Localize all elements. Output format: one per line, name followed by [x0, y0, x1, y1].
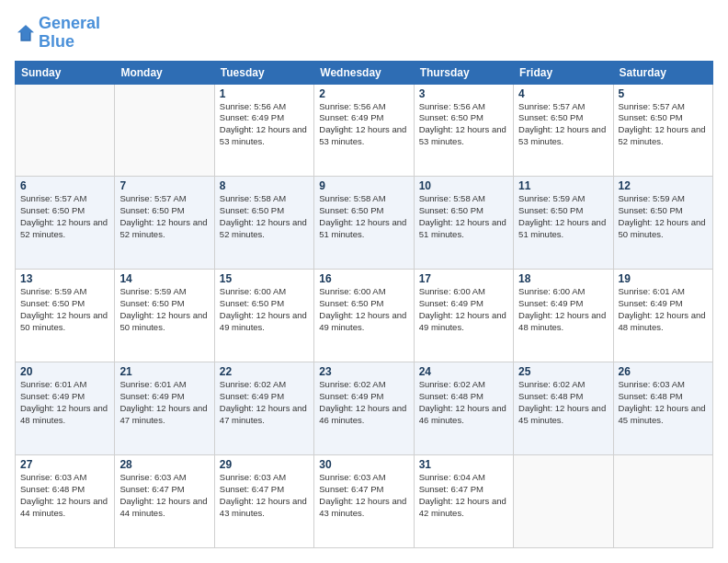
- calendar-cell: 1 Sunrise: 5:56 AMSunset: 6:49 PMDayligh…: [214, 84, 313, 177]
- day-info: Sunrise: 5:56 AMSunset: 6:50 PMDaylight:…: [419, 101, 508, 148]
- day-info: Sunrise: 6:04 AMSunset: 6:47 PMDaylight:…: [419, 472, 508, 519]
- day-number: 5: [619, 87, 708, 100]
- calendar-cell: 18 Sunrise: 6:00 AMSunset: 6:49 PMDaylig…: [514, 270, 613, 362]
- day-info: Sunrise: 6:02 AMSunset: 6:49 PMDaylight:…: [319, 379, 408, 426]
- calendar-table: SundayMondayTuesdayWednesdayThursdayFrid…: [15, 61, 713, 548]
- day-info: Sunrise: 5:57 AMSunset: 6:50 PMDaylight:…: [119, 193, 209, 240]
- calendar-cell: 19 Sunrise: 6:01 AMSunset: 6:49 PMDaylig…: [613, 270, 712, 362]
- calendar-cell: [115, 84, 214, 177]
- day-number: 18: [518, 272, 608, 285]
- header: General Blue: [15, 15, 713, 52]
- day-info: Sunrise: 6:03 AMSunset: 6:48 PMDaylight:…: [20, 472, 109, 519]
- calendar-cell: 24 Sunrise: 6:02 AMSunset: 6:48 PMDaylig…: [414, 362, 513, 455]
- day-info: Sunrise: 5:57 AMSunset: 6:50 PMDaylight:…: [518, 101, 608, 148]
- day-info: Sunrise: 6:00 AMSunset: 6:50 PMDaylight:…: [220, 286, 309, 333]
- calendar-cell: 20 Sunrise: 6:01 AMSunset: 6:49 PMDaylig…: [16, 362, 115, 455]
- day-info: Sunrise: 5:58 AMSunset: 6:50 PMDaylight:…: [220, 193, 309, 240]
- calendar-cell: 28 Sunrise: 6:03 AMSunset: 6:47 PMDaylig…: [115, 455, 214, 548]
- calendar-cell: 27 Sunrise: 6:03 AMSunset: 6:48 PMDaylig…: [16, 455, 115, 548]
- calendar-cell: 12 Sunrise: 5:59 AMSunset: 6:50 PMDaylig…: [613, 177, 712, 270]
- calendar-cell: 3 Sunrise: 5:56 AMSunset: 6:50 PMDayligh…: [414, 84, 513, 177]
- day-number: 22: [220, 365, 309, 378]
- calendar-cell: 16 Sunrise: 6:00 AMSunset: 6:50 PMDaylig…: [314, 270, 414, 362]
- day-header-wednesday: Wednesday: [314, 61, 414, 84]
- calendar-week-row: 27 Sunrise: 6:03 AMSunset: 6:48 PMDaylig…: [16, 455, 713, 548]
- calendar-week-row: 1 Sunrise: 5:56 AMSunset: 6:49 PMDayligh…: [16, 84, 713, 177]
- day-header-tuesday: Tuesday: [214, 61, 313, 84]
- day-info: Sunrise: 5:59 AMSunset: 6:50 PMDaylight:…: [20, 286, 109, 333]
- day-header-monday: Monday: [115, 61, 214, 84]
- day-number: 4: [518, 87, 608, 100]
- calendar-cell: 4 Sunrise: 5:57 AMSunset: 6:50 PMDayligh…: [514, 84, 613, 177]
- day-number: 21: [119, 365, 209, 378]
- calendar-cell: 13 Sunrise: 5:59 AMSunset: 6:50 PMDaylig…: [16, 270, 115, 362]
- logo-icon: [15, 22, 37, 44]
- page: General Blue SundayMondayTuesdayWednesda…: [0, 0, 728, 563]
- calendar-cell: 6 Sunrise: 5:57 AMSunset: 6:50 PMDayligh…: [16, 177, 115, 270]
- calendar-cell: 7 Sunrise: 5:57 AMSunset: 6:50 PMDayligh…: [115, 177, 214, 270]
- day-info: Sunrise: 6:03 AMSunset: 6:48 PMDaylight:…: [619, 379, 708, 426]
- calendar-cell: 30 Sunrise: 6:03 AMSunset: 6:47 PMDaylig…: [314, 455, 414, 548]
- calendar-cell: 2 Sunrise: 5:56 AMSunset: 6:49 PMDayligh…: [314, 84, 414, 177]
- calendar-cell: 17 Sunrise: 6:00 AMSunset: 6:49 PMDaylig…: [414, 270, 513, 362]
- day-info: Sunrise: 6:00 AMSunset: 6:49 PMDaylight:…: [518, 286, 608, 333]
- day-info: Sunrise: 6:03 AMSunset: 6:47 PMDaylight:…: [119, 472, 209, 519]
- calendar-week-row: 13 Sunrise: 5:59 AMSunset: 6:50 PMDaylig…: [16, 270, 713, 362]
- day-number: 12: [619, 179, 708, 192]
- day-info: Sunrise: 5:58 AMSunset: 6:50 PMDaylight:…: [419, 193, 508, 240]
- day-info: Sunrise: 6:03 AMSunset: 6:47 PMDaylight:…: [319, 472, 408, 519]
- day-info: Sunrise: 5:59 AMSunset: 6:50 PMDaylight:…: [119, 286, 209, 333]
- calendar-cell: 5 Sunrise: 5:57 AMSunset: 6:50 PMDayligh…: [613, 84, 712, 177]
- day-info: Sunrise: 6:00 AMSunset: 6:49 PMDaylight:…: [419, 286, 508, 333]
- day-number: 20: [20, 365, 109, 378]
- calendar-cell: 9 Sunrise: 5:58 AMSunset: 6:50 PMDayligh…: [314, 177, 414, 270]
- logo-text: General Blue: [39, 15, 100, 52]
- calendar-cell: [514, 455, 613, 548]
- day-number: 1: [220, 87, 309, 100]
- day-number: 10: [419, 179, 508, 192]
- calendar-cell: 8 Sunrise: 5:58 AMSunset: 6:50 PMDayligh…: [214, 177, 313, 270]
- day-info: Sunrise: 5:58 AMSunset: 6:50 PMDaylight:…: [319, 193, 408, 240]
- calendar-cell: 23 Sunrise: 6:02 AMSunset: 6:49 PMDaylig…: [314, 362, 414, 455]
- day-info: Sunrise: 6:01 AMSunset: 6:49 PMDaylight:…: [20, 379, 109, 426]
- day-number: 29: [220, 458, 309, 471]
- day-header-thursday: Thursday: [414, 61, 513, 84]
- day-number: 7: [119, 179, 209, 192]
- day-number: 31: [419, 458, 508, 471]
- calendar-header-row: SundayMondayTuesdayWednesdayThursdayFrid…: [16, 61, 713, 84]
- day-number: 3: [419, 87, 508, 100]
- day-info: Sunrise: 6:01 AMSunset: 6:49 PMDaylight:…: [119, 379, 209, 426]
- calendar-cell: [613, 455, 712, 548]
- day-number: 25: [518, 365, 608, 378]
- day-info: Sunrise: 5:56 AMSunset: 6:49 PMDaylight:…: [319, 101, 408, 148]
- logo: General Blue: [15, 15, 100, 52]
- calendar-cell: 14 Sunrise: 5:59 AMSunset: 6:50 PMDaylig…: [115, 270, 214, 362]
- day-number: 30: [319, 458, 408, 471]
- day-number: 15: [220, 272, 309, 285]
- day-header-saturday: Saturday: [613, 61, 712, 84]
- day-header-friday: Friday: [514, 61, 613, 84]
- calendar-week-row: 20 Sunrise: 6:01 AMSunset: 6:49 PMDaylig…: [16, 362, 713, 455]
- day-number: 24: [419, 365, 508, 378]
- day-info: Sunrise: 5:59 AMSunset: 6:50 PMDaylight:…: [619, 193, 708, 240]
- day-info: Sunrise: 5:56 AMSunset: 6:49 PMDaylight:…: [220, 101, 309, 148]
- calendar-cell: 26 Sunrise: 6:03 AMSunset: 6:48 PMDaylig…: [613, 362, 712, 455]
- day-number: 14: [119, 272, 209, 285]
- calendar-cell: 10 Sunrise: 5:58 AMSunset: 6:50 PMDaylig…: [414, 177, 513, 270]
- day-info: Sunrise: 5:57 AMSunset: 6:50 PMDaylight:…: [619, 101, 708, 148]
- day-info: Sunrise: 6:02 AMSunset: 6:49 PMDaylight:…: [220, 379, 309, 426]
- day-info: Sunrise: 6:01 AMSunset: 6:49 PMDaylight:…: [619, 286, 708, 333]
- day-number: 28: [119, 458, 209, 471]
- calendar-cell: 11 Sunrise: 5:59 AMSunset: 6:50 PMDaylig…: [514, 177, 613, 270]
- day-info: Sunrise: 5:59 AMSunset: 6:50 PMDaylight:…: [518, 193, 608, 240]
- day-info: Sunrise: 5:57 AMSunset: 6:50 PMDaylight:…: [20, 193, 109, 240]
- calendar-cell: 15 Sunrise: 6:00 AMSunset: 6:50 PMDaylig…: [214, 270, 313, 362]
- calendar-cell: 22 Sunrise: 6:02 AMSunset: 6:49 PMDaylig…: [214, 362, 313, 455]
- day-number: 16: [319, 272, 408, 285]
- day-number: 27: [20, 458, 109, 471]
- calendar-cell: [16, 84, 115, 177]
- day-number: 9: [319, 179, 408, 192]
- day-number: 6: [20, 179, 109, 192]
- calendar-week-row: 6 Sunrise: 5:57 AMSunset: 6:50 PMDayligh…: [16, 177, 713, 270]
- day-number: 26: [619, 365, 708, 378]
